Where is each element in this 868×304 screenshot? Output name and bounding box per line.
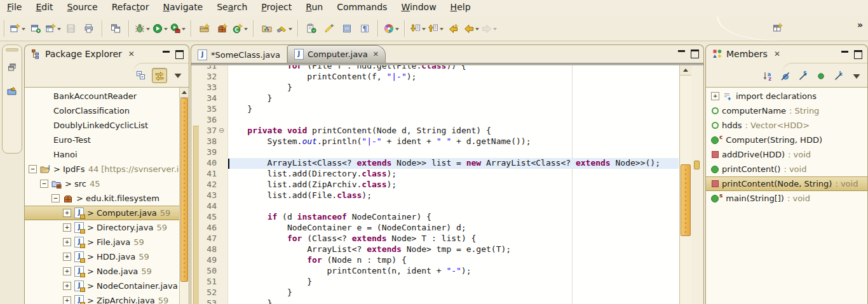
expand-icon[interactable]: + <box>63 223 71 232</box>
dropdown-arrow-icon[interactable] <box>288 28 292 32</box>
tree-item-file-java[interactable]: +J> File.java59 <box>25 235 180 249</box>
tree-item-doublylinkedcycliclist[interactable]: DoublyLinkedCyclicList <box>25 118 180 133</box>
next-annotation-button[interactable] <box>409 20 427 37</box>
search-button[interactable] <box>276 20 294 37</box>
member-item-adddrive-hdd[interactable]: addDrive(HDD) : void <box>706 147 867 162</box>
minimize-button[interactable] <box>841 51 848 58</box>
previous-annotation-button[interactable] <box>427 20 445 37</box>
tree-item-src[interactable]: −> src45 <box>25 176 180 191</box>
menu-source[interactable]: Source <box>60 0 105 17</box>
hide-fields-button[interactable] <box>778 69 792 83</box>
show-whitespace-button[interactable]: ¶ <box>356 20 374 37</box>
member-item-main-string[interactable]: smain(String[]) : void <box>706 191 867 206</box>
dropdown-arrow-icon[interactable] <box>422 28 426 32</box>
menu-window[interactable]: Window <box>394 0 443 17</box>
minimize-button[interactable] <box>163 51 170 58</box>
package-explorer-scrollbar[interactable] <box>179 88 189 304</box>
hide-static-button[interactable]: S <box>796 69 810 83</box>
member-item-computername[interactable]: computerName : String <box>706 103 867 118</box>
members-list[interactable]: +import declarationscomputerName : Strin… <box>706 87 867 304</box>
menu-run[interactable]: Run <box>299 0 330 17</box>
tree-item-directory-java[interactable]: +J> Directory.java59 <box>25 220 180 235</box>
scroll-up-arrow[interactable] <box>680 65 691 76</box>
dropdown-arrow-icon[interactable] <box>493 28 497 32</box>
menu-file[interactable]: File <box>0 0 29 17</box>
member-item-printcontent[interactable]: printContent() : void <box>706 162 867 176</box>
editor-tab-computer-java[interactable]: JComputer.java✕ <box>287 45 386 63</box>
tree-item-colorclassification[interactable]: ColorClassification <box>25 103 180 118</box>
restore-view-button[interactable] <box>3 59 21 76</box>
package-explorer-tab[interactable]: Package Explorer ✕ <box>29 48 137 60</box>
collapse-icon[interactable]: − <box>51 194 60 202</box>
tree-item-node-java[interactable]: +J> Node.java59 <box>25 264 180 279</box>
tree-item-bankaccountreader[interactable]: BankAccountReader <box>25 89 180 103</box>
show-public-button[interactable] <box>814 69 828 83</box>
last-edit-location-button[interactable] <box>445 20 463 37</box>
editor-text-area[interactable]: for (File f : hdd.get(File.class)) { pri… <box>227 65 679 304</box>
dropdown-arrow-icon[interactable] <box>22 28 25 32</box>
color-palette-button[interactable] <box>383 20 400 37</box>
checkout-folder-button[interactable] <box>3 83 21 100</box>
expand-icon[interactable]: + <box>63 282 71 290</box>
scrollbar-thumb[interactable] <box>180 98 188 282</box>
menu-navigate[interactable]: Navigate <box>156 0 210 17</box>
open-resource-button[interactable] <box>258 20 276 37</box>
member-item-hdds[interactable]: hdds : Vector<HDD> <box>706 118 867 133</box>
hide-local-types-button[interactable]: L <box>832 69 846 83</box>
tree-item-ziparchiv-java[interactable]: +J> ZipArchiv.java59 <box>25 293 180 304</box>
tree-item-edu-kit-filesystem[interactable]: −> edu.kit.filesystem <box>25 191 180 206</box>
minimize-button[interactable] <box>678 50 685 58</box>
toolbar-overflow-chevron[interactable]: » <box>857 20 863 30</box>
rail-drag-handle[interactable] <box>6 48 18 51</box>
tree-item-hdd-java[interactable]: +J> HDD.java59 <box>25 249 180 264</box>
annotation-margin[interactable] <box>191 65 199 304</box>
tree-item-euro-test[interactable]: Euro-Test <box>25 133 180 147</box>
menu-project[interactable]: Project <box>254 0 299 17</box>
new-window-button[interactable] <box>27 20 44 37</box>
scrollbar-thumb[interactable] <box>681 164 691 236</box>
menu-commands[interactable]: Commands <box>330 0 394 17</box>
dropdown-arrow-icon[interactable] <box>475 28 479 32</box>
maximize-button[interactable] <box>175 50 184 59</box>
collapse-icon[interactable]: − <box>40 180 48 188</box>
folding-margin[interactable]: ⊖ <box>218 65 228 304</box>
package-explorer-tree[interactable]: BankAccountReaderColorClassificationDoub… <box>25 87 189 304</box>
editor-scrollbar[interactable] <box>679 65 692 304</box>
print-button[interactable] <box>80 20 98 37</box>
menu-help[interactable]: Help <box>444 0 478 17</box>
close-icon[interactable]: ✕ <box>373 50 379 58</box>
close-icon[interactable]: ✕ <box>774 50 780 58</box>
dropdown-arrow-icon[interactable] <box>164 28 168 32</box>
member-item-computer-string-hdd[interactable]: cComputer(String, HDD) <box>706 133 867 147</box>
maximize-button[interactable] <box>691 50 699 58</box>
expand-icon[interactable]: + <box>63 238 71 246</box>
overview-ruler[interactable] <box>691 65 703 304</box>
member-item-printcontent-node-string[interactable]: printContent(Node, String) : void <box>706 176 867 191</box>
mark-occurrences-button[interactable] <box>320 20 338 37</box>
code-editor[interactable]: 3132333435363738394041424344454647484950… <box>191 65 703 304</box>
new-java-project-button[interactable] <box>196 20 214 37</box>
scroll-up-arrow[interactable] <box>180 88 189 98</box>
dropdown-arrow-icon[interactable] <box>57 28 61 32</box>
expand-icon[interactable]: + <box>63 267 71 275</box>
new-wizard-button[interactable] <box>9 20 27 37</box>
tree-item-nodecontainer-java[interactable]: +J> NodeContainer.java <box>25 279 180 293</box>
new-task-button[interactable] <box>302 20 320 37</box>
expand-icon[interactable]: + <box>711 92 719 100</box>
dropdown-arrow-icon[interactable] <box>146 28 150 32</box>
run-external-tools-button[interactable] <box>169 20 187 37</box>
expand-icon[interactable]: + <box>63 296 71 304</box>
tree-item-computer-java[interactable]: +J> Computer.java59 <box>25 206 180 220</box>
run-button[interactable] <box>151 20 169 37</box>
maximize-button[interactable] <box>854 50 862 59</box>
new-view-button[interactable] <box>44 20 62 37</box>
view-menu-button[interactable] <box>850 69 864 83</box>
debug-button[interactable] <box>133 20 151 37</box>
new-fast-view-button[interactable] <box>769 20 787 36</box>
menu-search[interactable]: Search <box>210 0 254 17</box>
back-button[interactable] <box>463 20 480 37</box>
new-class-button[interactable]: C <box>231 20 249 37</box>
collapse-all-button[interactable] <box>134 69 148 83</box>
fold-collapse-icon[interactable]: ⊖ <box>219 126 224 135</box>
dropdown-arrow-icon[interactable] <box>395 28 399 32</box>
